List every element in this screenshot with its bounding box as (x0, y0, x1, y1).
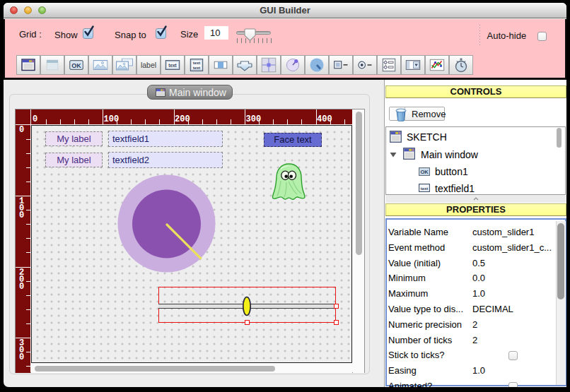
svg-text:text: text (168, 63, 177, 68)
svg-text:OK: OK (420, 169, 429, 175)
svg-text:text: text (192, 66, 200, 70)
svg-text:text: text (192, 61, 200, 65)
svg-text:text: text (421, 186, 429, 190)
svg-text:OK: OK (71, 62, 81, 69)
svg-text:label: label (140, 61, 156, 69)
